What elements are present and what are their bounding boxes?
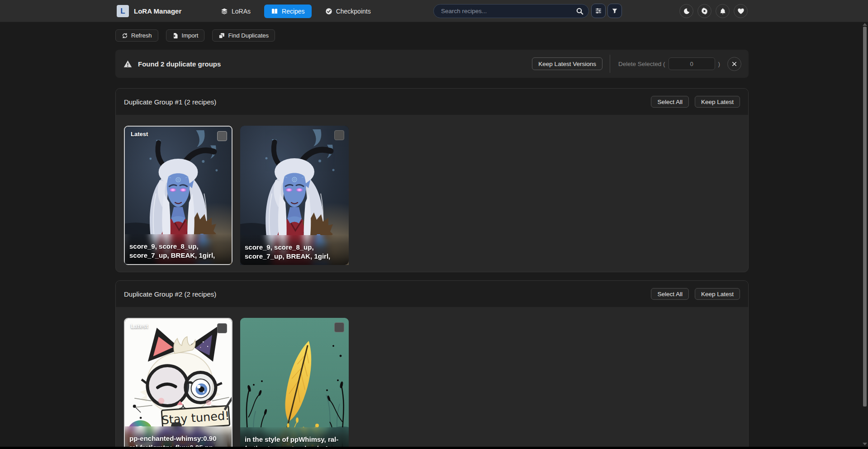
funnel-icon: [612, 8, 618, 14]
latest-badge: Latest: [131, 131, 148, 137]
card-checkbox[interactable]: [334, 322, 344, 332]
close-banner-button[interactable]: [727, 57, 741, 71]
navbar-actions: [679, 4, 748, 18]
recipe-card[interactable]: score_9, score_8_up, score_7_up, BREAK, …: [240, 126, 349, 265]
gear-icon: [701, 7, 708, 15]
recipe-card[interactable]: Latest score_9, score_8_up, score_7_up, …: [124, 126, 232, 265]
scroll-up-arrow[interactable]: [863, 23, 867, 26]
group-header: Duplicate Group #1 (2 recipes) Select Al…: [116, 89, 748, 115]
heart-icon: [737, 8, 745, 15]
navbar: L LoRA Manager LoRAs Recipes Checkpoints: [0, 0, 868, 22]
refresh-icon: [122, 33, 128, 39]
card-caption: pp-enchanted-whimsy:0.90 ral-frctlgmtry_…: [125, 426, 232, 449]
warning-triangle-icon: [123, 60, 132, 68]
lora-manager-app: L LoRA Manager LoRAs Recipes Checkpoints: [0, 0, 868, 449]
main-tabs: LoRAs Recipes Checkpoints: [216, 0, 375, 22]
group-header: Duplicate Group #2 (2 recipes) Select Al…: [116, 281, 748, 307]
tab-recipes[interactable]: Recipes: [264, 5, 312, 18]
app-logo: L: [117, 5, 129, 17]
settings-button[interactable]: [697, 4, 711, 18]
search-bar: [433, 4, 589, 18]
notifications-button[interactable]: [716, 4, 730, 18]
group-title: Duplicate Group #1 (2 recipes): [124, 98, 216, 106]
moon-icon: [683, 8, 690, 15]
card-caption: score_9, score_8_up, score_7_up, BREAK, …: [125, 234, 232, 264]
filter-button[interactable]: [607, 4, 622, 18]
tab-checkpoints[interactable]: Checkpoints: [321, 5, 375, 18]
toolbar: Refresh Import Find Duplicates: [115, 29, 275, 42]
card-checkbox[interactable]: [217, 131, 227, 141]
card-row: Latest pp-enchanted-whimsy:0.90 ral-frct…: [116, 307, 748, 449]
tab-label: Checkpoints: [336, 8, 371, 15]
search-icon[interactable]: [576, 7, 584, 15]
bottom-edge: [0, 447, 868, 449]
scrollbar[interactable]: [862, 22, 868, 449]
duplicates-banner: Found 2 duplicate groups Keep Latest Ver…: [115, 50, 749, 78]
refresh-button[interactable]: Refresh: [115, 29, 158, 42]
delete-selected-button[interactable]: Delete Selected ( ): [610, 55, 720, 73]
card-checkbox[interactable]: [334, 130, 344, 140]
check-circle-icon: [325, 8, 332, 15]
open-book-icon: [271, 8, 278, 15]
latest-badge: Latest: [131, 323, 148, 330]
search-options-button[interactable]: [591, 4, 606, 18]
keep-latest-button[interactable]: Keep Latest: [695, 288, 740, 300]
keep-latest-versions-button[interactable]: Keep Latest Versions: [532, 57, 602, 70]
recipe-card[interactable]: in the style of ppWhimsy, ral-frctlgmtry…: [240, 318, 349, 449]
import-icon: [172, 33, 179, 39]
card-caption: in the style of ppWhimsy, ral-frctlgmtry…: [240, 427, 349, 449]
clone-icon: [218, 33, 225, 39]
card-row: Latest score_9, score_8_up, score_7_up, …: [116, 115, 748, 272]
theme-toggle-button[interactable]: [679, 4, 693, 18]
group-title: Duplicate Group #2 (2 recipes): [124, 290, 216, 298]
card-checkbox[interactable]: [217, 323, 227, 333]
search-input[interactable]: [441, 8, 576, 14]
find-duplicates-button[interactable]: Find Duplicates: [212, 29, 275, 42]
duplicate-group-2: Duplicate Group #2 (2 recipes) Select Al…: [115, 280, 749, 449]
sliders-icon: [595, 7, 602, 14]
select-all-button[interactable]: Select All: [651, 288, 689, 300]
tab-loras[interactable]: LoRAs: [216, 5, 255, 18]
select-all-button[interactable]: Select All: [651, 96, 689, 108]
scroll-down-arrow[interactable]: [863, 443, 867, 445]
main-content: Refresh Import Find Duplicates Found 2 d…: [115, 22, 749, 449]
duplicate-group-1: Duplicate Group #1 (2 recipes) Select Al…: [115, 88, 749, 272]
tab-label: Recipes: [282, 8, 305, 15]
import-button[interactable]: Import: [166, 29, 205, 42]
bell-icon: [719, 8, 726, 15]
support-button[interactable]: [734, 4, 748, 18]
scrollbar-thumb[interactable]: [863, 27, 867, 406]
close-icon: [731, 61, 738, 67]
selected-count-input[interactable]: [669, 57, 715, 70]
card-caption: score_9, score_8_up, score_7_up, BREAK, …: [240, 235, 349, 265]
keep-latest-button[interactable]: Keep Latest: [695, 96, 740, 108]
banner-message: Found 2 duplicate groups: [138, 60, 221, 68]
brand: L LoRA Manager: [117, 0, 181, 22]
tab-label: LoRAs: [232, 8, 251, 15]
layers-icon: [221, 8, 228, 15]
recipe-card[interactable]: Latest pp-enchanted-whimsy:0.90 ral-frct…: [124, 318, 232, 449]
app-title: LoRA Manager: [134, 7, 181, 15]
